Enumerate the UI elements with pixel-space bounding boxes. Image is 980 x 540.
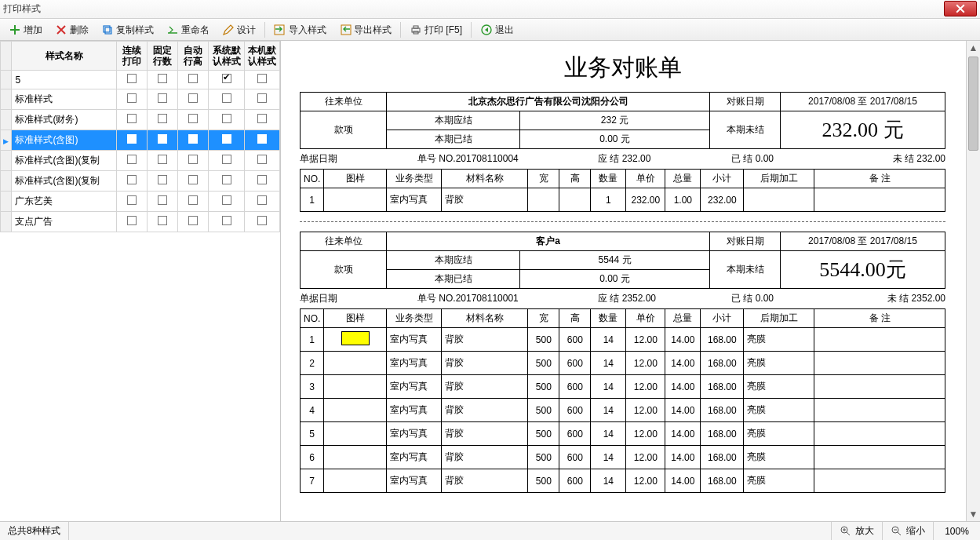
cell-local-default[interactable] [244, 89, 279, 110]
checkbox-icon[interactable] [127, 93, 137, 103]
style-name-cell[interactable]: 标准样式(财务) [12, 110, 117, 130]
cell-local-default[interactable] [244, 110, 279, 130]
style-row[interactable]: 标准样式(财务) [1, 110, 280, 130]
cell-local-default[interactable] [244, 130, 279, 151]
checkbox-icon[interactable] [222, 175, 231, 184]
cell-auto-height[interactable] [178, 130, 209, 151]
cell-local-default[interactable] [244, 192, 279, 212]
zoom-in-button[interactable]: 放大 [831, 522, 882, 540]
checkbox-icon[interactable] [158, 114, 167, 123]
design-button[interactable]: 设计 [217, 21, 261, 39]
col-c4-header[interactable]: 系统默 认样式 [209, 42, 244, 71]
cell-sys-default[interactable] [209, 89, 244, 110]
checkbox-icon[interactable] [158, 155, 167, 164]
vertical-scrollbar[interactable]: ▲ ▼ [966, 41, 980, 521]
style-name-cell[interactable]: 支点广告 [12, 212, 117, 232]
style-name-cell[interactable]: 标准样式(含图)(复制 [12, 151, 117, 171]
checkbox-icon[interactable] [127, 175, 137, 184]
cell-local-default[interactable] [244, 212, 279, 232]
checkbox-icon[interactable] [127, 195, 137, 205]
checkbox-icon[interactable] [158, 74, 167, 83]
cell-continuous[interactable] [117, 171, 148, 192]
scroll-up-arrow[interactable]: ▲ [967, 41, 980, 55]
cell-continuous[interactable] [117, 89, 148, 110]
checkbox-icon[interactable] [257, 155, 267, 164]
cell-fixed-rows[interactable] [148, 130, 178, 151]
checkbox-icon[interactable] [127, 74, 137, 83]
style-name-cell[interactable]: 广东艺美 [12, 192, 117, 212]
checkbox-icon[interactable] [188, 175, 198, 184]
scroll-thumb[interactable] [968, 57, 978, 151]
delete-button[interactable]: 删除 [49, 21, 94, 39]
checkbox-icon[interactable] [127, 155, 137, 164]
add-button[interactable]: 增加 [3, 21, 48, 39]
rename-button[interactable]: 重命名 [161, 21, 215, 39]
checkbox-icon[interactable] [188, 93, 198, 103]
cell-auto-height[interactable] [178, 192, 209, 212]
checkbox-icon[interactable] [188, 114, 198, 123]
checkbox-icon[interactable] [222, 195, 231, 205]
checkbox-icon[interactable] [127, 216, 137, 225]
style-name-cell[interactable]: 标准样式 [12, 89, 117, 110]
checkbox-icon[interactable] [158, 134, 167, 144]
cell-sys-default[interactable] [209, 151, 244, 171]
cell-fixed-rows[interactable] [148, 151, 178, 171]
cell-fixed-rows[interactable] [148, 192, 178, 212]
col-name-header[interactable]: 样式名称 [12, 42, 117, 71]
style-row[interactable]: 5 [1, 71, 280, 89]
style-row[interactable]: 广东艺美 [1, 192, 280, 212]
checkbox-icon[interactable] [257, 134, 267, 144]
checkbox-icon[interactable] [188, 74, 198, 83]
style-row[interactable]: 标准样式(含图) [1, 130, 280, 151]
checkbox-icon[interactable] [257, 74, 267, 83]
checkbox-icon[interactable] [222, 93, 231, 103]
style-row[interactable]: 支点广告 [1, 212, 280, 232]
checkbox-icon[interactable] [257, 195, 267, 205]
import-button[interactable]: 导入样式 [268, 21, 332, 39]
checkbox-icon[interactable] [257, 175, 267, 184]
cell-continuous[interactable] [117, 192, 148, 212]
checkbox-icon[interactable] [222, 74, 231, 83]
cell-local-default[interactable] [244, 171, 279, 192]
cell-auto-height[interactable] [178, 171, 209, 192]
style-grid[interactable]: 样式名称 连续 打印 固定 行数 自动 行高 系统默 认样式 本机默 认样式 5… [0, 41, 280, 521]
cell-continuous[interactable] [117, 212, 148, 232]
cell-continuous[interactable] [117, 151, 148, 171]
checkbox-icon[interactable] [222, 134, 231, 144]
cell-sys-default[interactable] [209, 212, 244, 232]
style-row[interactable]: 标准样式 [1, 89, 280, 110]
cell-sys-default[interactable] [209, 110, 244, 130]
checkbox-icon[interactable] [257, 216, 267, 225]
cell-fixed-rows[interactable] [148, 171, 178, 192]
cell-continuous[interactable] [117, 130, 148, 151]
cell-sys-default[interactable] [209, 171, 244, 192]
style-row[interactable]: 标准样式(含图)(复制 [1, 171, 280, 192]
print-button[interactable]: 打印 [F5] [404, 21, 468, 39]
col-c3-header[interactable]: 自动 行高 [178, 42, 209, 71]
cell-auto-height[interactable] [178, 110, 209, 130]
zoom-percent[interactable]: 100% [933, 522, 980, 540]
exit-button[interactable]: 退出 [475, 21, 519, 39]
close-button[interactable] [944, 1, 977, 16]
col-c2-header[interactable]: 固定 行数 [148, 42, 178, 71]
cell-sys-default[interactable] [209, 71, 244, 89]
copy-style-button[interactable]: 复制样式 [96, 21, 159, 39]
cell-fixed-rows[interactable] [148, 71, 178, 89]
scroll-track[interactable] [967, 55, 980, 507]
cell-local-default[interactable] [244, 151, 279, 171]
cell-fixed-rows[interactable] [148, 212, 178, 232]
checkbox-icon[interactable] [127, 114, 137, 123]
cell-auto-height[interactable] [178, 89, 209, 110]
style-row[interactable]: 标准样式(含图)(复制 [1, 151, 280, 171]
style-name-cell[interactable]: 5 [12, 71, 117, 89]
style-name-cell[interactable]: 标准样式(含图) [12, 130, 117, 151]
checkbox-icon[interactable] [188, 134, 198, 144]
col-c1-header[interactable]: 连续 打印 [117, 42, 148, 71]
cell-continuous[interactable] [117, 71, 148, 89]
cell-auto-height[interactable] [178, 151, 209, 171]
cell-sys-default[interactable] [209, 192, 244, 212]
cell-local-default[interactable] [244, 71, 279, 89]
checkbox-icon[interactable] [257, 114, 267, 123]
zoom-out-button[interactable]: 缩小 [882, 522, 933, 540]
cell-fixed-rows[interactable] [148, 110, 178, 130]
